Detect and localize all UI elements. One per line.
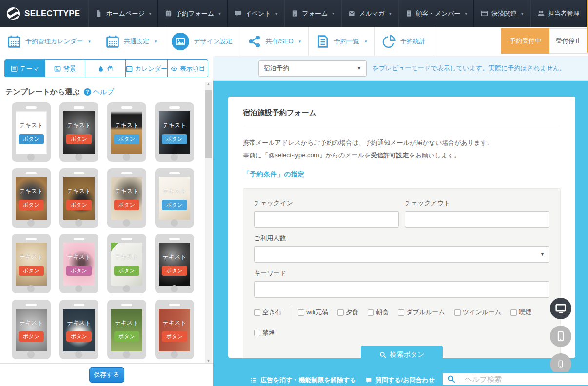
phone-home-button xyxy=(27,351,35,358)
template-button: ボタン xyxy=(19,266,44,276)
template-button: ボタン xyxy=(66,134,92,144)
search-conditions-box: チェックイン チェックアウト ご利用人数 ▼ キーワード 空き有wifi完備夕食… xyxy=(243,188,561,358)
template-screen: テキスト ボタン xyxy=(63,111,95,154)
filter-checkbox[interactable]: ツインルーム xyxy=(454,308,502,317)
design-tab[interactable]: 色 xyxy=(85,60,125,77)
calendar-grid-icon xyxy=(126,65,133,72)
keyword-input[interactable] xyxy=(254,281,549,298)
template-thumbnail[interactable]: テキスト ボタン xyxy=(59,168,98,228)
checkin-input[interactable] xyxy=(254,211,399,228)
filter-checkbox[interactable]: 喫煙 xyxy=(510,308,531,317)
template-button: ボタン xyxy=(19,200,44,210)
topnav-item[interactable]: 担当者管理 xyxy=(530,0,587,27)
search-button[interactable]: 検索ボタン xyxy=(361,346,443,358)
topnav-menu: ホームページ▾予約フォーム▾イベント▾フォーム▾メルマガ▾顧客・メンバー▾決済関… xyxy=(88,0,586,27)
checkbox-icon xyxy=(254,309,260,316)
eye-icon xyxy=(171,65,177,72)
template-thumbnail[interactable]: テキスト ボタン xyxy=(155,168,194,228)
comment-icon xyxy=(235,10,242,17)
topnav-item[interactable]: ホームページ▾ xyxy=(88,0,158,27)
filter-checkbox[interactable]: 禁煙 xyxy=(254,328,275,337)
toolbar-item[interactable]: デザイン設定 xyxy=(164,27,240,56)
phone-speaker xyxy=(121,172,132,174)
template-thumbnail[interactable]: テキスト ボタン xyxy=(107,234,146,293)
design-tab[interactable]: テーマ xyxy=(5,60,45,77)
template-section-title: テンプレートから選ぶ xyxy=(5,87,80,96)
filter-checkbox[interactable]: ダブルルーム xyxy=(398,308,445,317)
design-tab[interactable]: カレンダー xyxy=(125,60,167,77)
phone-speaker xyxy=(26,304,37,306)
template-thumbnail[interactable]: テキスト ボタン xyxy=(107,102,146,162)
template-screen: テキスト ボタン xyxy=(111,309,142,351)
chevron-down-icon: ▾ xyxy=(155,39,157,44)
phone-speaker xyxy=(74,304,84,306)
phone-speaker xyxy=(26,172,37,174)
preview-form-select[interactable]: 宿泊予約 ▼ xyxy=(258,60,367,77)
chevron-down-icon: ▾ xyxy=(218,11,221,16)
topnav-item[interactable]: 顧客・メンバー▾ xyxy=(398,0,474,27)
help-search-input[interactable] xyxy=(465,375,584,383)
template-text: テキスト xyxy=(19,319,43,327)
phone-speaker xyxy=(169,172,180,174)
topnav-item[interactable]: フォーム▾ xyxy=(284,0,341,27)
filter-checkbox[interactable]: 空き有 xyxy=(254,308,281,317)
topnav-item[interactable]: メルマガ▾ xyxy=(341,0,398,27)
question-icon: ? xyxy=(84,88,91,96)
topnav-item[interactable]: 決済関連▾ xyxy=(474,0,530,27)
help-link[interactable]: ? ヘルプ xyxy=(84,88,114,96)
template-button: ボタン xyxy=(66,200,92,210)
template-thumbnail[interactable]: テキスト ボタン xyxy=(59,300,98,359)
selecttype-logo-icon xyxy=(6,6,20,21)
template-thumbnail[interactable]: テキスト ボタン xyxy=(12,168,51,228)
toolbar-item[interactable]: 予約管理カレンダー▾ xyxy=(0,27,98,56)
template-thumbnail[interactable]: テキスト ボタン xyxy=(155,300,194,359)
phone-speaker xyxy=(74,172,84,174)
template-thumbnail[interactable]: テキスト ボタン xyxy=(107,168,146,228)
chevron-down-icon: ▾ xyxy=(465,11,468,16)
scrollbar-thumb[interactable] xyxy=(205,90,212,158)
chevron-down-icon: ▾ xyxy=(332,11,334,16)
template-thumbnail[interactable]: テキスト ボタン xyxy=(12,234,51,293)
save-button[interactable]: 保存する xyxy=(89,367,124,383)
tablet-icon xyxy=(555,331,566,342)
template-thumbnail[interactable]: テキスト ボタン xyxy=(12,102,51,162)
template-thumbnail[interactable]: テキスト ボタン xyxy=(59,102,98,162)
brand-logo[interactable]: SELECTTYPE xyxy=(0,0,88,27)
topnav-item[interactable]: 予約フォーム▾ xyxy=(158,0,227,27)
filter-checkbox[interactable]: 夕食 xyxy=(337,308,358,317)
template-screen: テキスト ボタン xyxy=(111,243,142,286)
template-screen: テキスト ボタン xyxy=(159,243,190,286)
filter-checkbox[interactable]: wifi完備 xyxy=(298,308,328,317)
filter-checkbox[interactable]: 朝食 xyxy=(368,308,389,317)
template-thumbnail[interactable]: テキスト ボタン xyxy=(107,300,146,359)
toolbar-item[interactable]: 共通設定▾ xyxy=(98,27,165,56)
phone-speaker xyxy=(26,238,37,240)
desktop-view-button[interactable] xyxy=(550,298,571,319)
status-accepting-button[interactable]: 予約受付中 xyxy=(501,28,549,54)
phone-home-button xyxy=(27,219,35,227)
toolbar-item[interactable]: 予約統計 xyxy=(375,27,433,56)
design-tab[interactable]: 背景 xyxy=(45,60,85,77)
scroll-down-icon[interactable]: ▼ xyxy=(207,359,211,363)
calendar-grid-icon xyxy=(106,35,119,48)
toolbar-item[interactable]: 共有/SEO▾ xyxy=(240,27,309,56)
contact-button[interactable]: 質問する/お問合わせ xyxy=(359,374,441,386)
template-thumbnail[interactable]: テキスト ボタン xyxy=(59,234,98,293)
show-reservation-form-button[interactable]: 予約フォームを表示 ▾ xyxy=(587,0,588,58)
tablet-view-button[interactable] xyxy=(550,326,571,347)
scroll-up-icon[interactable]: ▲ xyxy=(207,82,211,86)
template-thumbnail[interactable]: テキスト ボタン xyxy=(12,300,51,359)
checkout-input[interactable] xyxy=(405,211,549,228)
design-tab[interactable]: 表示項目 xyxy=(167,60,208,77)
template-thumbnail[interactable]: テキスト ボタン xyxy=(155,102,194,162)
panel-scrollbar[interactable]: ▲ ▼ xyxy=(205,82,212,363)
template-thumbnail[interactable]: テキスト ボタン xyxy=(155,234,194,293)
remove-ads-button[interactable]: 広告を消す・機能制限を解除する xyxy=(244,374,363,386)
template-screen: テキスト ボタン xyxy=(16,111,47,154)
template-text: テキスト xyxy=(67,121,91,130)
topnav-item[interactable]: イベント▾ xyxy=(228,0,285,27)
toolbar-item[interactable]: 予約一覧▾ xyxy=(309,27,375,56)
template-screen: テキスト ボタン xyxy=(159,111,190,154)
guests-select[interactable]: ▼ xyxy=(254,246,549,263)
status-stopped-button[interactable]: 受付停止 xyxy=(549,28,588,54)
